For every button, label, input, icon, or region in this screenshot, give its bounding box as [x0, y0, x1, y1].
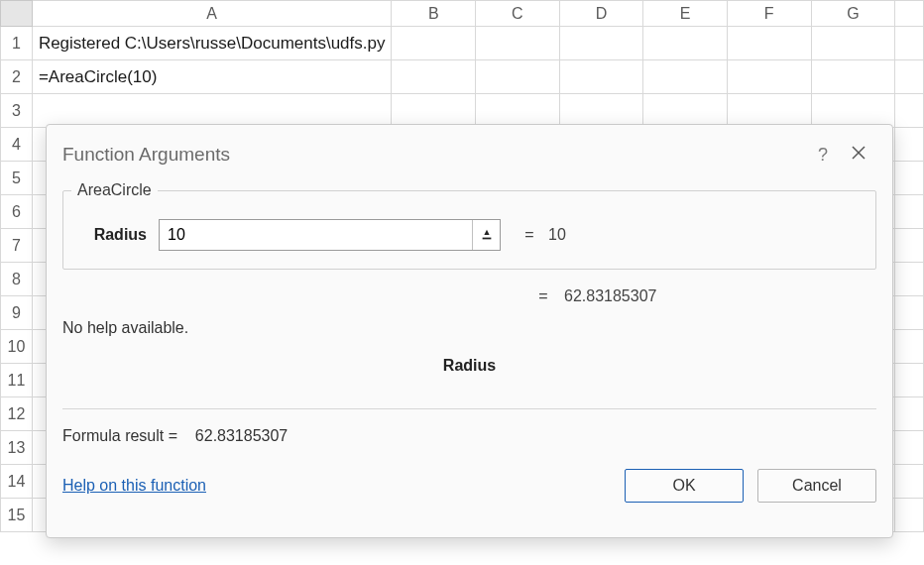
- cell[interactable]: [895, 162, 924, 195]
- row-header-11[interactable]: 11: [1, 364, 33, 397]
- cell[interactable]: [895, 465, 924, 499]
- cell[interactable]: [476, 27, 560, 60]
- formula-result-label: Formula result =: [62, 427, 177, 444]
- function-arguments-dialog: Function Arguments ? AreaCircle Radius =…: [46, 124, 893, 538]
- cell[interactable]: [643, 27, 728, 60]
- collapse-dialog-icon[interactable]: [472, 220, 500, 250]
- cell[interactable]: [895, 431, 924, 465]
- arg-input-radius[interactable]: [160, 226, 472, 244]
- argument-groupbox: AreaCircle Radius = 10: [62, 190, 876, 270]
- col-header-e[interactable]: E: [643, 1, 728, 27]
- cell[interactable]: [476, 60, 560, 94]
- row-header-6[interactable]: 6: [1, 195, 33, 229]
- cell-a2[interactable]: =AreaCircle(10): [32, 60, 392, 94]
- cell[interactable]: [895, 27, 924, 60]
- arg-input-wrap: [159, 219, 501, 251]
- cell[interactable]: [895, 364, 924, 397]
- function-result-value: 62.83185307: [564, 287, 656, 305]
- row-header-3[interactable]: 3: [1, 94, 33, 128]
- cell[interactable]: [643, 94, 728, 128]
- row-header-9[interactable]: 9: [1, 296, 33, 330]
- row-header-10[interactable]: 10: [1, 330, 33, 364]
- cell[interactable]: [811, 60, 895, 94]
- select-all-corner[interactable]: [1, 1, 33, 27]
- col-header-b[interactable]: B: [392, 1, 476, 27]
- cell[interactable]: [895, 263, 924, 296]
- ok-button[interactable]: OK: [625, 469, 744, 503]
- cell[interactable]: [727, 27, 811, 60]
- help-on-function-link[interactable]: Help on this function: [62, 477, 206, 495]
- equals-sign: =: [536, 287, 550, 305]
- equals-sign: =: [522, 226, 536, 244]
- cell[interactable]: [559, 94, 643, 128]
- row-header-1[interactable]: 1: [1, 27, 33, 60]
- cell[interactable]: [895, 60, 924, 94]
- col-header-a[interactable]: A: [32, 1, 392, 27]
- arg-label-radius: Radius: [77, 226, 147, 244]
- cell[interactable]: [895, 296, 924, 330]
- dialog-title: Function Arguments: [62, 144, 805, 166]
- col-header-c[interactable]: C: [476, 1, 560, 27]
- col-header-g[interactable]: G: [811, 1, 895, 27]
- cell[interactable]: [895, 330, 924, 364]
- col-header-gutter: [895, 1, 924, 27]
- cell[interactable]: [895, 128, 924, 162]
- cell[interactable]: [392, 60, 476, 94]
- cell[interactable]: [727, 94, 811, 128]
- row-header-13[interactable]: 13: [1, 431, 33, 465]
- cell[interactable]: [895, 94, 924, 128]
- cell[interactable]: [559, 60, 643, 94]
- function-name-legend: AreaCircle: [71, 181, 158, 199]
- cell[interactable]: [727, 60, 811, 94]
- function-help-text: No help available.: [62, 319, 876, 337]
- col-header-d[interactable]: D: [559, 1, 643, 27]
- current-argument-name: Radius: [62, 357, 876, 375]
- cell[interactable]: [392, 94, 476, 128]
- help-icon[interactable]: ?: [805, 145, 841, 166]
- row-header-5[interactable]: 5: [1, 162, 33, 195]
- cell[interactable]: [811, 27, 895, 60]
- formula-result-value: 62.83185307: [195, 427, 288, 444]
- svg-rect-2: [482, 238, 491, 240]
- row-header-15[interactable]: 15: [1, 499, 33, 532]
- close-icon[interactable]: [841, 145, 876, 166]
- cell[interactable]: [392, 27, 476, 60]
- arg-evaluated-value: 10: [548, 226, 566, 244]
- cell[interactable]: [559, 27, 643, 60]
- row-header-12[interactable]: 12: [1, 397, 33, 431]
- cell[interactable]: [895, 397, 924, 431]
- svg-marker-3: [484, 230, 489, 235]
- cell[interactable]: [895, 195, 924, 229]
- cell[interactable]: [32, 94, 392, 128]
- row-header-2[interactable]: 2: [1, 60, 33, 94]
- cell[interactable]: [643, 60, 728, 94]
- col-header-f[interactable]: F: [727, 1, 811, 27]
- row-header-8[interactable]: 8: [1, 263, 33, 296]
- cell[interactable]: [895, 229, 924, 263]
- cell-a1[interactable]: Registered C:\Users\russe\Documents\udfs…: [32, 27, 392, 60]
- row-header-14[interactable]: 14: [1, 465, 33, 499]
- cell[interactable]: [476, 94, 560, 128]
- cell[interactable]: [895, 499, 924, 532]
- cancel-button[interactable]: Cancel: [757, 469, 876, 503]
- cell[interactable]: [811, 94, 895, 128]
- row-header-7[interactable]: 7: [1, 229, 33, 263]
- divider: [62, 408, 876, 409]
- row-header-4[interactable]: 4: [1, 128, 33, 162]
